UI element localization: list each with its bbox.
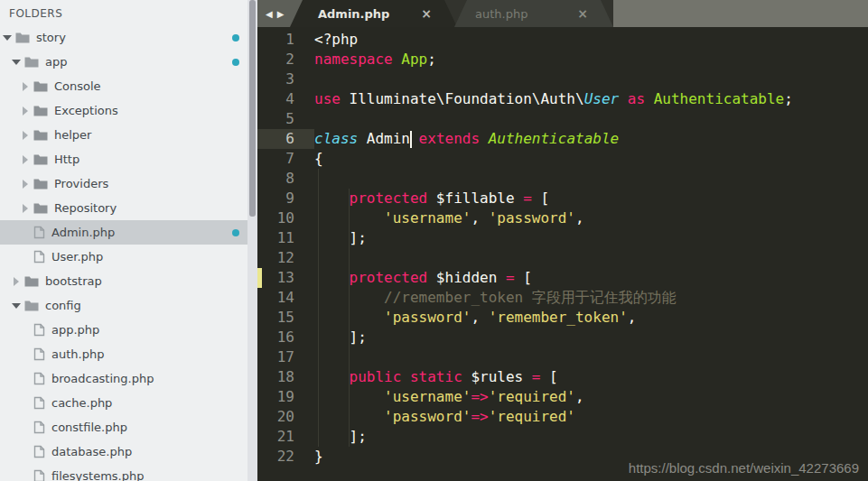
code-text: //remember_token 字段用于记住我的功能	[314, 288, 868, 308]
code-line[interactable]: 6class Admin extends Authenticatable	[257, 129, 868, 149]
sidebar-item-app-php[interactable]: app.php	[0, 318, 247, 342]
open-file-dot	[232, 34, 239, 42]
chevron-right-icon[interactable]	[23, 106, 28, 116]
line-number: 5	[257, 109, 314, 129]
line-number: 21	[257, 427, 314, 447]
code-text	[314, 347, 868, 367]
file-icon	[33, 445, 45, 458]
watermark-url: https://blog.csdn.net/weixin_42273669	[629, 460, 859, 476]
tab-scroll-right-icon[interactable]: ▶	[277, 9, 285, 19]
line-number: 3	[257, 69, 314, 89]
sidebar-item-user-php[interactable]: User.php	[0, 245, 247, 269]
line-number: 16	[257, 328, 314, 347]
folder-icon	[24, 56, 39, 68]
sidebar-item-helper[interactable]: helper	[0, 123, 247, 147]
sidebar-item-broadcasting-php[interactable]: broadcasting.php	[0, 366, 247, 391]
code-line[interactable]: 7{	[257, 149, 868, 169]
code-text: ];	[314, 328, 868, 347]
sidebar-item-cache-php[interactable]: cache.php	[0, 391, 247, 415]
chevron-right-icon[interactable]	[23, 131, 28, 140]
tab-scroll-left-icon[interactable]: ◀	[266, 9, 273, 19]
line-number: 12	[257, 248, 314, 268]
line-number: 9	[257, 189, 314, 208]
code-text	[314, 248, 868, 268]
line-number: 4	[257, 89, 314, 109]
code-text: protected $fillable = [	[314, 189, 868, 208]
sidebar-item-admin-php[interactable]: Admin.php	[0, 220, 247, 245]
tree-item-label: constfile.php	[51, 421, 127, 434]
line-number: 6	[257, 129, 314, 149]
tab-auth-php[interactable]: auth.php ×	[454, 0, 613, 27]
code-text: <?php	[314, 30, 868, 50]
sidebar-item-story[interactable]: story	[0, 25, 247, 50]
file-icon	[33, 323, 45, 337]
tree-item-label: filesystems.php	[51, 469, 144, 481]
chevron-right-icon[interactable]	[23, 180, 28, 189]
tree-item-label: app	[45, 55, 67, 69]
sidebar-item-database-php[interactable]: database.php	[0, 439, 247, 464]
tree-item-label: config	[45, 299, 81, 312]
code-line[interactable]: 8	[257, 169, 868, 189]
open-file-dot	[232, 229, 239, 236]
code-text: 'username'=>'required',	[314, 387, 868, 407]
chevron-right-icon[interactable]	[23, 82, 28, 91]
folder-icon	[24, 275, 39, 287]
file-icon	[33, 226, 45, 239]
sidebar-item-exceptions[interactable]: Exceptions	[0, 98, 247, 123]
code-line[interactable]: 5	[257, 109, 868, 129]
code-text: ];	[314, 427, 868, 447]
close-icon[interactable]: ×	[577, 6, 588, 21]
indent-guide	[318, 169, 319, 447]
sidebar-item-config[interactable]: config	[0, 293, 247, 318]
tree-item-label: auth.php	[51, 347, 104, 361]
tree-item-label: Console	[54, 79, 101, 93]
chevron-right-icon[interactable]	[23, 155, 28, 164]
sidebar-item-bootstrap[interactable]: bootstrap	[0, 269, 247, 293]
tab-label[interactable]: auth.php	[475, 7, 527, 21]
line-number: 1	[257, 30, 314, 50]
code-line[interactable]: 3	[257, 69, 868, 89]
file-icon	[33, 250, 45, 264]
code-text	[314, 169, 868, 189]
code-text: 'username', 'password',	[314, 208, 868, 228]
line-number: 18	[257, 367, 314, 387]
code-line[interactable]: 1<?php	[257, 30, 868, 50]
chevron-down-icon[interactable]	[12, 60, 21, 65]
sublime-window: FOLDERS storyappConsoleExceptionshelperH…	[0, 0, 868, 481]
tree-item-label: cache.php	[51, 396, 112, 410]
line-number: 10	[257, 208, 314, 228]
chevron-right-icon[interactable]	[14, 277, 19, 286]
sidebar-item-console[interactable]: Console	[0, 74, 247, 98]
line-number: 13	[257, 268, 314, 288]
chevron-right-icon[interactable]	[23, 204, 28, 213]
code-text: class Admin extends Authenticatable	[314, 129, 868, 149]
chevron-down-icon[interactable]	[3, 35, 12, 41]
sidebar-item-auth-php[interactable]: auth.php	[0, 342, 247, 366]
tree-item-label: Providers	[54, 177, 108, 190]
folder-icon	[33, 178, 48, 190]
open-file-dot	[232, 59, 239, 66]
sidebar-scrollbar-thumb[interactable]	[249, 0, 256, 217]
chevron-down-icon[interactable]	[12, 303, 21, 309]
line-number: 17	[257, 347, 314, 367]
code-line[interactable]: 2namespace App;	[257, 50, 868, 69]
sidebar-item-repository[interactable]: Repository	[0, 196, 247, 220]
code-area[interactable]: 1<?php2namespace App;34use Illuminate\Fo…	[257, 27, 868, 481]
sidebar-item-constfile-php[interactable]: constfile.php	[0, 415, 247, 439]
code-text: 'password'=>'required'	[314, 407, 868, 427]
line-number: 15	[257, 308, 314, 328]
tree-item-label: story	[36, 31, 66, 44]
code-line[interactable]: 4use Illuminate\Foundation\Auth\User as …	[257, 89, 868, 109]
sidebar-item-http[interactable]: Http	[0, 147, 247, 171]
sidebar-scrollbar[interactable]	[247, 0, 257, 481]
sidebar-item-app[interactable]: app	[0, 50, 247, 74]
code-text: public static $rules = [	[314, 367, 868, 387]
sidebar-item-providers[interactable]: Providers	[0, 171, 247, 196]
tab-label[interactable]: Admin.php	[318, 7, 389, 21]
tab-admin-php[interactable]: Admin.php ×	[290, 0, 457, 27]
close-icon[interactable]: ×	[421, 6, 432, 21]
tree-item-label: Repository	[54, 201, 117, 215]
code-text	[314, 109, 868, 129]
sidebar-item-filesystems-php[interactable]: filesystems.php	[0, 464, 247, 481]
line-number: 19	[257, 387, 314, 407]
